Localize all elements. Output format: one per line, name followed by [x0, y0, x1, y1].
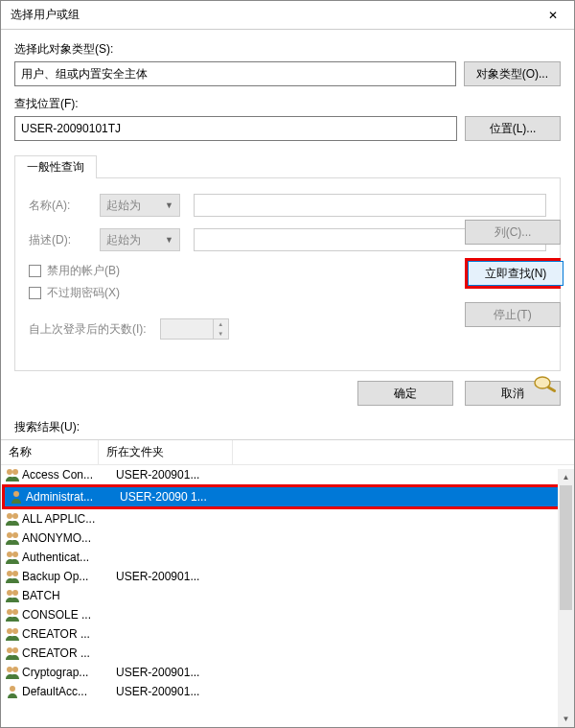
- ok-button[interactable]: 确定: [357, 381, 453, 406]
- group-icon: [5, 626, 20, 642]
- group-icon: [5, 467, 20, 482]
- result-name: ALL APPLIC...: [22, 512, 116, 526]
- tab-common-queries[interactable]: 一般性查询: [14, 155, 97, 178]
- svg-point-18: [12, 628, 18, 634]
- location-label: 查找位置(F):: [14, 96, 561, 112]
- find-now-button[interactable]: 立即查找(N): [468, 261, 564, 286]
- result-row[interactable]: DefaultAcc...USER-200901...: [1, 682, 574, 698]
- result-row[interactable]: Access Con...USER-200901...: [1, 465, 574, 484]
- result-name: CREATOR ...: [22, 627, 116, 641]
- chevron-down-icon: ▼: [165, 235, 173, 245]
- result-row[interactable]: ANONYMO...: [1, 528, 574, 548]
- svg-point-3: [12, 469, 18, 475]
- svg-point-5: [7, 513, 12, 519]
- result-name: Administrat...: [26, 490, 120, 504]
- object-type-label: 选择此对象类型(S):: [14, 41, 561, 58]
- result-row[interactable]: CONSOLE ...: [1, 605, 574, 624]
- col-folder-header[interactable]: 所在文件夹: [99, 440, 233, 464]
- svg-point-16: [12, 609, 18, 615]
- result-name: BATCH: [22, 589, 116, 602]
- desc-op-combo[interactable]: 起始为 ▼: [100, 228, 180, 251]
- days-spinner[interactable]: ▲▼: [160, 318, 229, 340]
- svg-point-4: [13, 491, 19, 497]
- name-op-combo[interactable]: 起始为 ▼: [100, 194, 180, 217]
- search-results-label: 搜索结果(U):: [1, 419, 574, 435]
- user-icon: [5, 684, 20, 698]
- name-filter-input[interactable]: [194, 194, 546, 217]
- svg-point-7: [7, 532, 12, 538]
- group-icon: [5, 530, 20, 546]
- result-folder: USER-200901...: [116, 685, 231, 698]
- svg-point-12: [12, 571, 18, 576]
- result-row[interactable]: Backup Op...USER-200901...: [1, 567, 574, 586]
- svg-point-9: [7, 552, 12, 557]
- svg-point-10: [12, 552, 18, 557]
- svg-point-8: [12, 532, 18, 538]
- stop-button[interactable]: 停止(T): [465, 302, 561, 327]
- result-row[interactable]: Cryptograp...USER-200901...: [1, 663, 574, 682]
- result-name: CREATOR ...: [22, 646, 116, 660]
- result-folder: USER-20090 1...: [120, 490, 235, 504]
- svg-point-21: [7, 667, 12, 672]
- result-name: Authenticat...: [22, 551, 116, 564]
- spinner-down-icon[interactable]: ▼: [214, 329, 228, 339]
- group-icon: [5, 511, 20, 527]
- result-name: CONSOLE ...: [22, 608, 116, 622]
- locations-button[interactable]: 位置(L)...: [465, 116, 561, 141]
- result-name: Access Con...: [22, 468, 116, 481]
- scroll-up-icon[interactable]: ▲: [558, 469, 574, 485]
- result-name: Backup Op...: [22, 570, 116, 583]
- svg-point-23: [10, 686, 15, 692]
- result-row[interactable]: ALL APPLIC...: [1, 509, 574, 528]
- group-icon: [5, 588, 20, 603]
- svg-rect-1: [547, 386, 557, 393]
- desc-filter-label: 描述(D):: [29, 232, 86, 248]
- name-filter-label: 名称(A):: [29, 198, 86, 214]
- spinner-up-icon[interactable]: ▲: [214, 319, 228, 329]
- svg-point-15: [7, 609, 12, 615]
- group-icon: [5, 646, 20, 661]
- days-since-logon-label: 自上次登录后的天数(I):: [29, 321, 147, 338]
- result-folder: USER-200901...: [116, 570, 231, 583]
- svg-point-20: [12, 647, 18, 653]
- svg-point-17: [7, 628, 12, 634]
- group-icon: [5, 665, 20, 680]
- result-folder: USER-200901...: [116, 468, 231, 481]
- result-name: DefaultAcc...: [22, 685, 116, 698]
- result-name: ANONYMO...: [22, 531, 116, 545]
- group-icon: [5, 607, 20, 622]
- result-row[interactable]: BATCH: [1, 586, 574, 605]
- location-field[interactable]: USER-20090101TJ: [14, 116, 457, 141]
- svg-point-6: [12, 513, 18, 519]
- columns-button[interactable]: 列(C)...: [465, 220, 561, 245]
- group-icon: [5, 550, 20, 565]
- svg-point-11: [7, 571, 12, 576]
- close-button[interactable]: ✕: [531, 1, 574, 30]
- result-row[interactable]: CREATOR ...: [1, 644, 574, 663]
- object-type-field[interactable]: 用户、组或内置安全主体: [14, 61, 456, 86]
- result-row[interactable]: Authenticat...: [1, 548, 574, 567]
- user-icon: [9, 489, 24, 505]
- svg-point-19: [7, 647, 12, 653]
- scroll-thumb[interactable]: [560, 485, 572, 610]
- object-types-button[interactable]: 对象类型(O)...: [464, 61, 561, 86]
- scroll-down-icon[interactable]: ▼: [558, 711, 574, 727]
- group-icon: [5, 569, 20, 584]
- svg-point-2: [7, 469, 12, 475]
- svg-point-13: [7, 590, 12, 596]
- disabled-accounts-label: 禁用的帐户(B): [47, 263, 120, 279]
- result-folder: USER-200901...: [116, 666, 231, 679]
- svg-point-14: [12, 590, 18, 596]
- non-expiring-pwd-label: 不过期密码(X): [47, 285, 120, 301]
- non-expiring-pwd-checkbox[interactable]: [29, 287, 41, 299]
- col-name-header[interactable]: 名称: [1, 440, 99, 464]
- svg-point-22: [12, 667, 18, 672]
- result-row[interactable]: Administrat...USER-20090 1...: [5, 487, 571, 506]
- search-status-icon: [530, 373, 561, 396]
- result-name: Cryptograp...: [22, 666, 116, 679]
- chevron-down-icon: ▼: [165, 200, 173, 210]
- window-title: 选择用户或组: [11, 7, 531, 23]
- result-row[interactable]: CREATOR ...: [1, 624, 574, 644]
- results-scrollbar[interactable]: ▲ ▼: [558, 469, 574, 727]
- disabled-accounts-checkbox[interactable]: [29, 265, 41, 277]
